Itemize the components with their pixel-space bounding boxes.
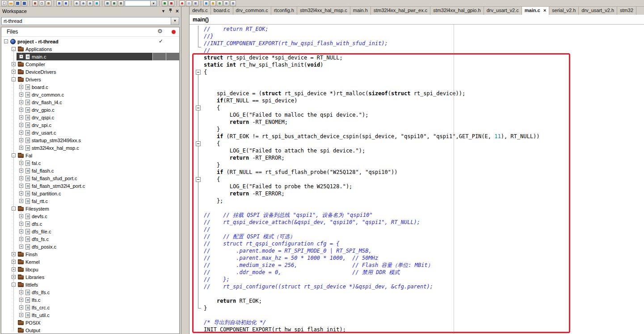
workspace-menu-chevron-icon[interactable]: ▼ xyxy=(161,9,165,13)
gear-icon[interactable]: ⚙ xyxy=(157,28,163,34)
tree-item-drv-flash-l4-c[interactable]: +drv_flash_l4.c xyxy=(1,98,179,106)
tree-item-output[interactable]: Output xyxy=(1,326,179,334)
editor-tab-board-c[interactable]: board.c xyxy=(211,7,233,15)
expand-icon[interactable]: + xyxy=(12,267,16,271)
options-icon[interactable] xyxy=(223,0,229,6)
editor-tab-rtconfig-h[interactable]: rtconfig.h xyxy=(271,7,297,15)
help-icon[interactable] xyxy=(230,0,236,6)
debug-icon[interactable] xyxy=(168,0,174,6)
breakpoint-icon[interactable] xyxy=(179,0,185,6)
expand-icon[interactable]: + xyxy=(19,305,23,309)
tree-item-startup-stm32l496xx-s[interactable]: +startup_stm32l496xx.s xyxy=(1,136,179,144)
expand-icon[interactable]: + xyxy=(19,169,23,173)
editor-tab-stm32l4xx-hal-gpio-h[interactable]: stm32l4xx_hal_gpio.h xyxy=(430,7,484,15)
collapse-icon[interactable]: - xyxy=(12,283,16,287)
editor-tab-main-c[interactable]: main.c× xyxy=(522,7,549,15)
expand-icon[interactable]: + xyxy=(19,222,23,226)
copy-icon[interactable] xyxy=(39,0,45,6)
fold-collapse-icon[interactable] xyxy=(196,177,201,182)
memory-icon[interactable] xyxy=(193,0,198,6)
editor-tab-stm32[interactable]: stm32 xyxy=(617,7,636,15)
expand-icon[interactable]: + xyxy=(19,55,23,59)
cut-icon[interactable] xyxy=(32,0,38,6)
toolbar-target-combo[interactable]: ▼ xyxy=(125,0,157,6)
tree-item-fal-flash-stm32l4-port-c[interactable]: +fal_flash_stm32l4_port.c xyxy=(1,182,179,190)
batch-build-icon[interactable] xyxy=(118,0,124,6)
workspace-close-icon[interactable]: × xyxy=(176,8,179,14)
expand-icon[interactable]: + xyxy=(19,123,23,127)
editor-tab-devfs-c[interactable]: devfs.c xyxy=(189,7,211,15)
expand-icon[interactable]: + xyxy=(19,138,23,142)
expand-icon[interactable]: + xyxy=(19,85,23,89)
expand-icon[interactable]: + xyxy=(19,146,23,150)
project-selector[interactable]: rt-thread ▼ xyxy=(1,17,179,25)
expand-icon[interactable]: + xyxy=(19,191,23,195)
chevron-down-icon[interactable]: ▼ xyxy=(150,1,156,6)
expand-icon[interactable]: + xyxy=(19,176,23,180)
bookmark-icon[interactable] xyxy=(94,0,100,6)
tree-item-applications[interactable]: -Applications xyxy=(1,45,179,53)
chevron-down-icon[interactable]: ▼ xyxy=(171,17,179,25)
collapse-icon[interactable]: - xyxy=(12,207,16,211)
tree-item-libcpu[interactable]: +libcpu xyxy=(1,266,179,273)
tree-item-lfs-crc-c[interactable]: +lfs_crc.c xyxy=(1,304,179,311)
tree-item-drv-qspi-c[interactable]: +drv_qspi.c xyxy=(1,114,179,121)
expand-icon[interactable]: + xyxy=(19,199,23,203)
expand-icon[interactable]: + xyxy=(19,100,23,104)
expand-icon[interactable]: + xyxy=(19,214,23,218)
tree-item-project-rt-thread[interactable]: -project - rt-thread✓ xyxy=(1,38,179,45)
editor-tab-drv-usart-v2-h[interactable]: drv_usart_v2.h xyxy=(579,7,617,15)
tree-item-fal-flash-c[interactable]: +fal_flash.c xyxy=(1,167,179,174)
expand-icon[interactable]: + xyxy=(12,252,16,256)
tree-item-devfs-c[interactable]: +devfs.c xyxy=(1,212,179,220)
rebuild-icon[interactable] xyxy=(111,0,117,6)
tree-item-fal-flash-sfud-port-c[interactable]: +fal_flash_sfud_port.c xyxy=(1,174,179,182)
save-all-icon[interactable] xyxy=(21,0,27,6)
new-file-icon[interactable] xyxy=(1,0,7,6)
tree-item-main-c[interactable]: +main.c xyxy=(1,53,179,60)
save-icon[interactable] xyxy=(15,0,21,6)
expand-icon[interactable]: + xyxy=(19,245,23,249)
tree-item-fal[interactable]: -Fal xyxy=(1,152,179,159)
target-icon[interactable] xyxy=(203,0,209,6)
tree-item-compiler[interactable]: +Compiler xyxy=(1,60,179,68)
close-icon[interactable]: × xyxy=(543,8,546,13)
tree-item-stm32l4xx-hal-msp-c[interactable]: +stm32l4xx_hal_msp.c xyxy=(1,144,179,152)
expand-icon[interactable]: + xyxy=(12,260,16,264)
expand-icon[interactable]: + xyxy=(12,275,16,279)
tree-item-devicedrivers[interactable]: +DeviceDrivers xyxy=(1,68,179,76)
collapse-icon[interactable]: - xyxy=(12,77,16,81)
tree-item-lfs-c[interactable]: +lfs.c xyxy=(1,296,179,304)
goto-icon[interactable] xyxy=(74,0,80,6)
tree-item-dfs-lfs-c[interactable]: +dfs_lfs.c xyxy=(1,288,179,296)
editor-tab-drv-common-c[interactable]: drv_common.c xyxy=(233,7,271,15)
editor-tab-serial-v2-h[interactable]: serial_v2.h xyxy=(549,7,579,15)
find-in-files-icon[interactable] xyxy=(87,0,93,6)
tree-item-fal-c[interactable]: +fal.c xyxy=(1,159,179,167)
tree-item-dfs-posix-c[interactable]: +dfs_posix.c xyxy=(1,243,179,250)
paste-icon[interactable] xyxy=(46,0,51,6)
expand-icon[interactable]: + xyxy=(12,70,16,74)
expand-icon[interactable]: + xyxy=(19,184,23,188)
expand-icon[interactable]: + xyxy=(12,62,16,66)
redo-icon[interactable] xyxy=(63,0,69,6)
open-folder-icon[interactable] xyxy=(8,0,14,6)
tree-item-drv-usart-c[interactable]: +drv_usart.c xyxy=(1,129,179,136)
tree-item-finsh[interactable]: +Finsh xyxy=(1,250,179,258)
collapse-icon[interactable]: - xyxy=(12,47,16,51)
watch-icon[interactable] xyxy=(186,0,192,6)
tree-item-drv-spi-c[interactable]: +drv_spi.c xyxy=(1,121,179,129)
expand-icon[interactable]: + xyxy=(19,237,23,241)
find-icon[interactable] xyxy=(80,0,86,6)
tree-item-dfs-fs-c[interactable]: +dfs_fs.c xyxy=(1,235,179,243)
pack-icon[interactable] xyxy=(217,0,223,6)
fold-collapse-icon[interactable] xyxy=(196,70,201,75)
expand-icon[interactable]: + xyxy=(19,290,23,294)
build-icon[interactable] xyxy=(105,0,110,6)
fold-collapse-icon[interactable] xyxy=(196,106,201,110)
tree-item-libraries[interactable]: +Libraries xyxy=(1,273,179,281)
editor-tab-drv-usart-v2-c[interactable]: drv_usart_v2.c xyxy=(484,7,522,15)
tree-item-kernel[interactable]: +Kernel xyxy=(1,258,179,266)
expand-icon[interactable]: + xyxy=(19,131,23,135)
expand-icon[interactable]: + xyxy=(19,298,23,302)
